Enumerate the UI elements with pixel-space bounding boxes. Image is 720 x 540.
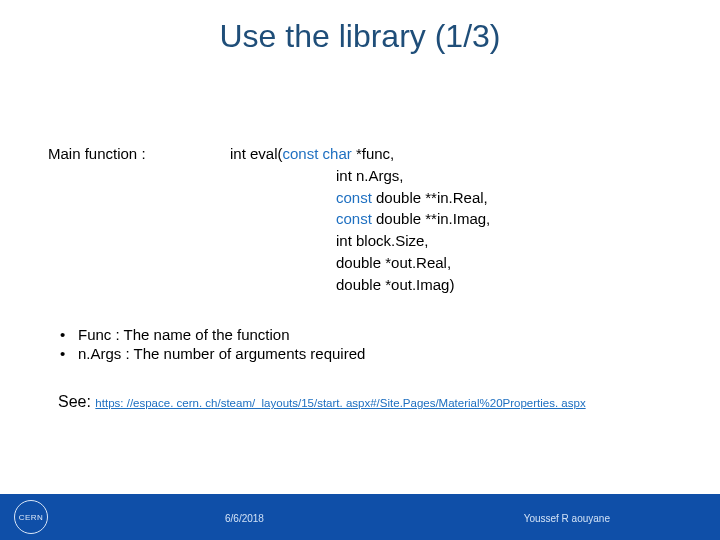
bullet-text: Func : The name of the function <box>78 326 290 343</box>
see-line: See: https: //espace. cern. ch/steam/_la… <box>58 393 586 411</box>
sig-line-5: int block.Size, <box>230 230 490 252</box>
bullet-item: • n.Args : The number of arguments requi… <box>60 345 365 362</box>
footer-bar: CERN 6/6/2018 Youssef R aouyane <box>0 494 720 540</box>
bullet-list: • Func : The name of the function • n.Ar… <box>60 326 365 364</box>
sig-line-4: const double **in.Imag, <box>230 208 490 230</box>
slide-title: Use the library (1/3) <box>0 18 720 55</box>
sig-line-2: int n.Args, <box>230 165 490 187</box>
bullet-dot-icon: • <box>60 345 64 362</box>
sig-line-3: const double **in.Real, <box>230 187 490 209</box>
sig-line-1: int eval(const char *func, <box>230 143 490 165</box>
sig-line-6: double *out.Real, <box>230 252 490 274</box>
cern-logo-icon: CERN <box>14 500 48 534</box>
footer-date: 6/6/2018 <box>225 513 264 524</box>
slide: Use the library (1/3) Main function : in… <box>0 0 720 540</box>
sig-line-7: double *out.Imag) <box>230 274 490 296</box>
function-signature: int eval(const char *func, int n.Args, c… <box>230 143 490 295</box>
main-function-label: Main function : <box>48 145 146 162</box>
bullet-text: n.Args : The number of arguments require… <box>78 345 365 362</box>
see-link[interactable]: https: //espace. cern. ch/steam/_layouts… <box>95 397 585 409</box>
bullet-dot-icon: • <box>60 326 64 343</box>
footer-author: Youssef R aouyane <box>524 513 610 524</box>
see-label: See: <box>58 393 95 410</box>
bullet-item: • Func : The name of the function <box>60 326 365 343</box>
